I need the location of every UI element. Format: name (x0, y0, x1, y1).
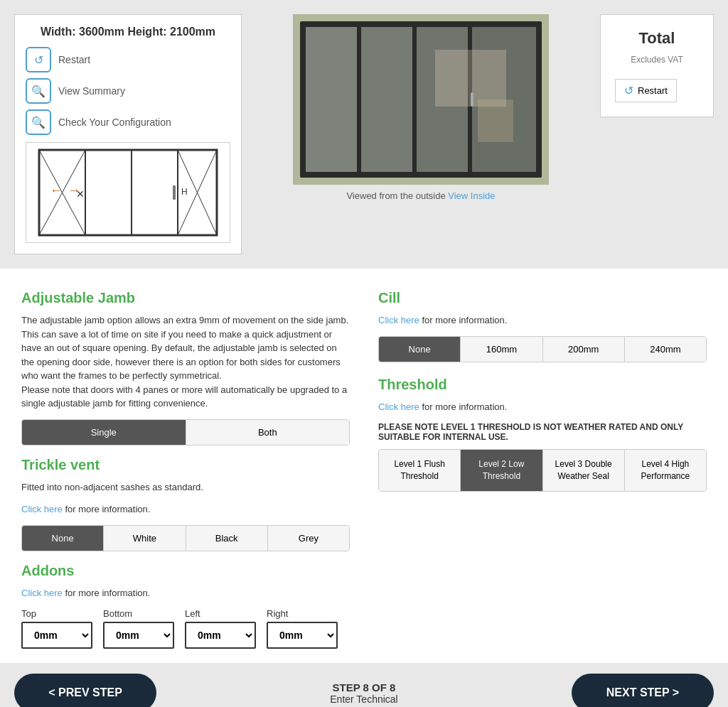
svg-text:H: H (181, 187, 188, 197)
door-preview-section: Viewed from the outside View Inside (256, 14, 586, 201)
addons-link-row: Click here for more information. (21, 586, 350, 600)
jamb-single-option[interactable]: Single (22, 420, 186, 445)
trickle-vent-link-row: Click here for more information. (21, 502, 350, 517)
total-label: Total (615, 29, 699, 48)
addons-dropdowns: Top 0mm Bottom 0mm Left 0 (21, 608, 350, 649)
view-summary-link[interactable]: View Summary (58, 85, 125, 97)
zoom-in-icon-btn[interactable]: 🔍 (26, 78, 51, 104)
trickle-vent-click-here[interactable]: Click here (21, 504, 63, 514)
threshold-level1-option[interactable]: Level 1 Flush Threshold (379, 450, 461, 491)
addon-right-select[interactable]: 0mm (267, 622, 338, 649)
addon-left-group: Left 0mm (185, 608, 256, 649)
addon-left-select[interactable]: 0mm (185, 622, 256, 649)
cill-title: Cill (378, 290, 707, 306)
svg-rect-17 (361, 27, 412, 172)
main-content: Adjustable Jamb The adjustable jamb opti… (0, 269, 728, 663)
door-caption: Viewed from the outside View Inside (346, 190, 495, 201)
cill-click-here[interactable]: Click here (378, 315, 419, 325)
door-photo-svg (293, 14, 549, 185)
threshold-link-row: Click here for more information. (378, 400, 707, 414)
config-title: Width: 3600mm Height: 2100mm (26, 26, 230, 38)
threshold-level2-option[interactable]: Level 2 Low Threshold (461, 450, 542, 491)
restart-label: Restart (638, 85, 668, 96)
threshold-more-info: for more information. (419, 401, 508, 412)
right-column: Cill Click here for more information. No… (378, 290, 707, 649)
threshold-level4-option[interactable]: Level 4 High Performance (625, 450, 706, 491)
adjustable-jamb-section: Adjustable Jamb The adjustable jamb opti… (21, 290, 350, 446)
cill-link-row: Click here for more information. (378, 313, 707, 328)
step-info: STEP 8 OF 8 Enter Technical (330, 681, 397, 705)
cill-options: None 160mm 200mm 240mm (378, 336, 707, 362)
trickle-grey-option[interactable]: Grey (268, 526, 349, 551)
svg-rect-21 (412, 21, 417, 178)
threshold-notice: PLEASE NOTE LEVEL 1 THRESHOLD IS NOT WEA… (378, 422, 707, 442)
restart-icon-btn[interactable]: ↺ (26, 47, 51, 72)
total-panel: Total Excludes VAT ↺ Restart (600, 14, 714, 117)
threshold-click-here[interactable]: Click here (378, 401, 419, 412)
cill-240-option[interactable]: 240mm (625, 337, 706, 362)
trickle-vent-options: None White Black Grey (21, 525, 350, 551)
total-restart-button[interactable]: ↺ Restart (615, 79, 677, 102)
cill-more-info: for more information. (419, 315, 508, 325)
excludes-vat: Excludes VAT (615, 55, 699, 65)
prev-step-button[interactable]: < PREV STEP (14, 674, 156, 707)
threshold-section: Threshold Click here for more informatio… (378, 377, 707, 492)
addon-top-label: Top (21, 608, 92, 619)
trickle-white-option[interactable]: White (104, 526, 186, 551)
cill-200-option[interactable]: 200mm (543, 337, 625, 362)
threshold-options: Level 1 Flush Threshold Level 2 Low Thre… (378, 449, 707, 492)
caption-text: Viewed from the outside (346, 190, 445, 201)
door-diagram: ← → ✕ H (26, 142, 230, 243)
jamb-both-option[interactable]: Both (186, 420, 350, 445)
threshold-title: Threshold (378, 377, 707, 393)
config-panel: Width: 3600mm Height: 2100mm ↺ Restart 🔍… (14, 14, 242, 254)
svg-rect-0 (39, 150, 217, 235)
left-column: Adjustable Jamb The adjustable jamb opti… (21, 290, 350, 649)
addons-more-info: for more information. (63, 588, 151, 598)
addon-right-label: Right (267, 608, 338, 619)
zoom-out-icon-btn[interactable]: 🔍 (26, 109, 51, 135)
adjustable-jamb-description: The adjustable jamb option allows an ext… (21, 313, 350, 411)
addons-click-here[interactable]: Click here (21, 588, 63, 598)
addon-top-group: Top 0mm (21, 608, 92, 649)
restart-link[interactable]: Restart (58, 54, 90, 65)
addon-bottom-group: Bottom 0mm (103, 608, 174, 649)
trickle-vent-description: Fitted into non-adjacent sashes as stand… (21, 480, 350, 495)
trickle-vent-more-info: for more information. (63, 504, 151, 514)
addon-top-select[interactable]: 0mm (21, 622, 92, 649)
step-number: STEP 8 OF 8 (330, 681, 397, 693)
trickle-black-option[interactable]: Black (186, 526, 268, 551)
addons-section: Addons Click here for more information. … (21, 563, 350, 649)
door-image (293, 14, 549, 185)
svg-rect-25 (471, 92, 473, 107)
step-subtitle: Enter Technical (330, 693, 397, 705)
svg-text:←: ← (50, 183, 63, 198)
trickle-vent-section: Trickle vent Fitted into non-adjacent sa… (21, 457, 350, 551)
addon-bottom-label: Bottom (103, 608, 174, 619)
check-config-link[interactable]: Check Your Configuration (58, 117, 171, 128)
addon-left-label: Left (185, 608, 256, 619)
threshold-level3-option[interactable]: Level 3 Double Weather Seal (543, 450, 625, 491)
next-step-button[interactable]: NEXT STEP > (572, 674, 714, 707)
svg-rect-16 (306, 27, 357, 172)
addon-right-group: Right 0mm (267, 608, 338, 649)
bottom-nav: < PREV STEP STEP 8 OF 8 Enter Technical … (0, 663, 728, 707)
adjustable-jamb-title: Adjustable Jamb (21, 290, 350, 306)
cill-section: Cill Click here for more information. No… (378, 290, 707, 362)
addon-bottom-select[interactable]: 0mm (103, 622, 174, 649)
adjustable-jamb-options: Single Both (21, 419, 350, 446)
svg-rect-24 (478, 99, 513, 142)
view-inside-link[interactable]: View Inside (448, 190, 495, 201)
addons-title: Addons (21, 563, 350, 579)
door-diagram-svg: ← → ✕ H (36, 146, 220, 239)
cill-none-option[interactable]: None (379, 337, 461, 362)
svg-rect-20 (357, 21, 361, 178)
trickle-vent-title: Trickle vent (21, 457, 350, 473)
svg-text:✕: ✕ (76, 188, 85, 200)
trickle-none-option[interactable]: None (22, 526, 104, 551)
restart-icon: ↺ (624, 84, 633, 97)
cill-160-option[interactable]: 160mm (461, 337, 542, 362)
svg-rect-9 (173, 185, 176, 200)
